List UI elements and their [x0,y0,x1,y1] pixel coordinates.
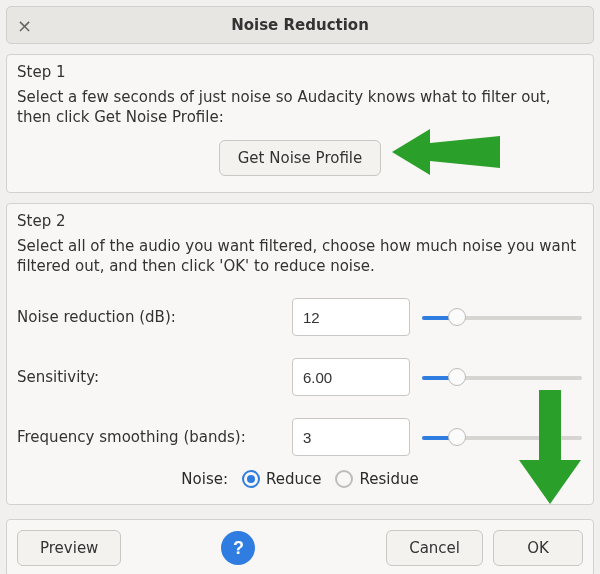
freq-smoothing-row: Frequency smoothing (bands): [17,418,583,456]
noise-reduction-slider[interactable] [422,307,582,327]
freq-smoothing-label: Frequency smoothing (bands): [17,428,282,446]
close-icon[interactable]: × [17,15,32,36]
freq-smoothing-slider[interactable] [422,427,582,447]
preview-button[interactable]: Preview [17,530,121,566]
noise-mode-row: Noise: Reduce Residue [17,470,583,488]
noise-reduction-input[interactable] [292,298,410,336]
step2-group: Step 2 Select all of the audio you want … [6,203,594,506]
action-bar: Preview ? Cancel OK [6,519,594,574]
sensitivity-row: Sensitivity: [17,358,583,396]
sensitivity-input[interactable] [292,358,410,396]
cancel-button[interactable]: Cancel [386,530,483,566]
ok-button[interactable]: OK [493,530,583,566]
radio-dot-icon [242,470,260,488]
step2-instruction: Select all of the audio you want filtere… [17,236,583,277]
sensitivity-label: Sensitivity: [17,368,282,386]
freq-smoothing-input[interactable] [292,418,410,456]
get-noise-profile-button[interactable]: Get Noise Profile [219,140,382,176]
radio-residue[interactable]: Residue [335,470,418,488]
radio-residue-label: Residue [359,470,418,488]
sensitivity-slider[interactable] [422,367,582,387]
noise-mode-label: Noise: [181,470,228,488]
radio-reduce[interactable]: Reduce [242,470,321,488]
step1-heading: Step 1 [17,63,583,81]
titlebar: × Noise Reduction [6,6,594,44]
help-button[interactable]: ? [221,531,255,565]
radio-dot-icon [335,470,353,488]
step1-group: Step 1 Select a few seconds of just nois… [6,54,594,193]
step2-heading: Step 2 [17,212,583,230]
radio-reduce-label: Reduce [266,470,321,488]
window-title: Noise Reduction [7,16,593,34]
noise-reduction-row: Noise reduction (dB): [17,298,583,336]
step1-instruction: Select a few seconds of just noise so Au… [17,87,583,128]
noise-reduction-label: Noise reduction (dB): [17,308,282,326]
